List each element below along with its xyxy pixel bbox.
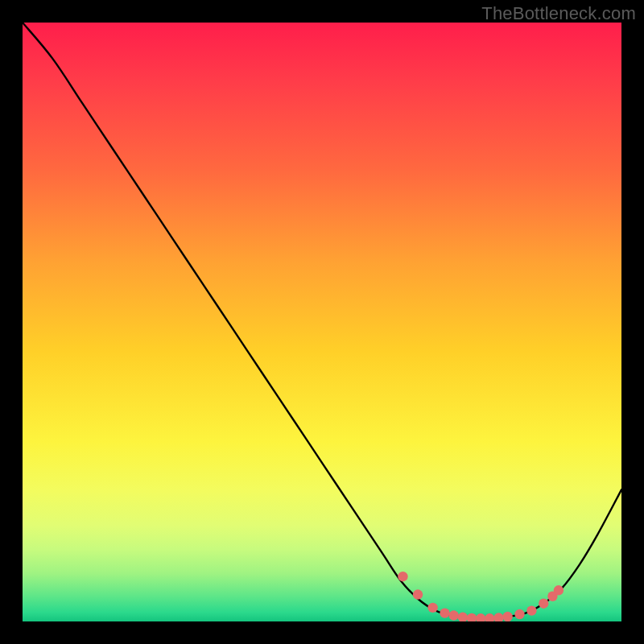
- chart-frame: TheBottleneck.com: [0, 0, 644, 644]
- marker-point: [514, 609, 524, 619]
- marker-point: [448, 610, 458, 620]
- bottleneck-plot: [23, 23, 621, 621]
- marker-point: [398, 572, 407, 581]
- marker-point: [413, 589, 423, 599]
- marker-point: [554, 585, 564, 595]
- marker-point: [526, 605, 536, 615]
- marker-point: [539, 598, 548, 608]
- watermark-text: TheBottleneck.com: [481, 3, 636, 24]
- marker-point: [502, 612, 512, 621]
- marker-point: [427, 603, 437, 613]
- plot-background: [23, 23, 621, 621]
- marker-point: [440, 608, 449, 617]
